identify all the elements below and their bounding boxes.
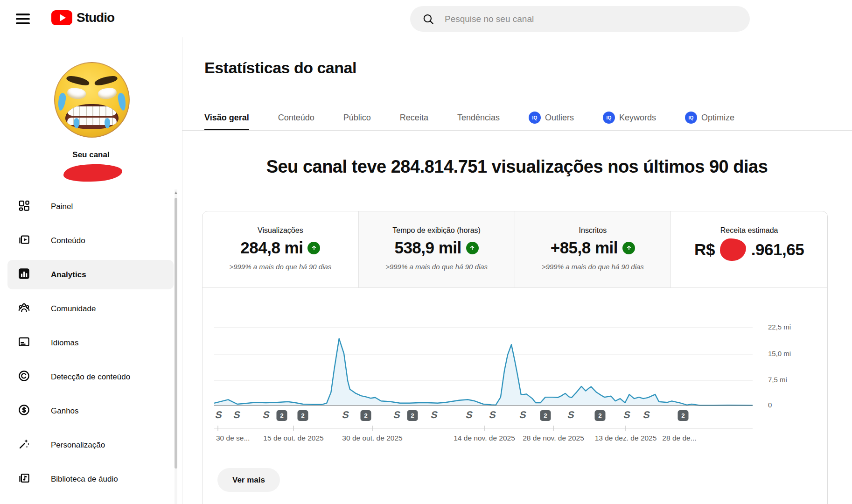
analytics-tabs: Visão geralConteúdoPúblicoReceitaTendênc… xyxy=(204,105,734,130)
subtitles-icon xyxy=(18,336,30,350)
metric-card-tempo-de-exibicao-horas-[interactable]: Tempo de exibição (horas)538,9 mil>999% … xyxy=(359,211,515,287)
sidebar-item-label: Conteúdo xyxy=(51,236,85,245)
metric-comparison-note: >999% a mais do que há 90 dias xyxy=(359,263,515,271)
metric-value: +85,8 mil xyxy=(515,238,671,257)
x-axis-date-label: 30 de se... xyxy=(216,434,250,442)
sidebar-scrollbar-thumb[interactable] xyxy=(175,198,177,469)
metric-card-receita-estimada[interactable]: Receita estimadaR$.961,65 xyxy=(671,211,827,287)
sidebar-item-label: Idiomas xyxy=(51,338,79,348)
sidebar-nav: PainelConteúdoAnalyticsComunidadeIdiomas… xyxy=(0,189,182,496)
metric-card-inscritos[interactable]: Inscritos+85,8 mil>999% a mais do que há… xyxy=(515,211,671,287)
shorts-count-badge[interactable]: 2 xyxy=(595,410,606,421)
analytics-icon xyxy=(18,267,30,282)
tab-label: Conteúdo xyxy=(278,113,314,123)
shorts-count-badge[interactable]: 2 xyxy=(540,410,551,421)
tab-conteudo[interactable]: Conteúdo xyxy=(278,105,314,130)
currency-prefix: R$ xyxy=(694,240,715,259)
y-axis-label: 15,0 mi xyxy=(768,350,791,357)
sidebar-item-label: Ganhos xyxy=(51,406,79,416)
top-bar: Studio xyxy=(0,0,852,37)
sidebar-item-deteccao-de-conteudo[interactable]: Detecção de conteúdo xyxy=(0,360,182,394)
tab-publico[interactable]: Público xyxy=(343,105,371,130)
tab-optimize[interactable]: IQOptimize xyxy=(685,105,734,130)
content-icon xyxy=(18,233,30,248)
sidebar-item-label: Analytics xyxy=(51,270,86,280)
metric-label: Visualizações xyxy=(203,226,358,235)
shorts-count-badge[interactable]: 2 xyxy=(277,410,287,421)
tab-receita[interactable]: Receita xyxy=(400,105,428,130)
dashboard-icon xyxy=(18,199,30,214)
shorts-count-badge[interactable]: 2 xyxy=(361,410,371,421)
revenue-redaction xyxy=(720,238,746,261)
sidebar-item-painel[interactable]: Painel xyxy=(0,189,182,224)
metric-value: 538,9 mil xyxy=(359,238,515,257)
tab-label: Visão geral xyxy=(204,113,249,123)
vidiq-badge-icon: IQ xyxy=(603,112,615,124)
tabs-divider xyxy=(182,130,852,131)
scrollbar-up-arrow-icon[interactable] xyxy=(175,191,177,194)
tab-visao-geral[interactable]: Visão geral xyxy=(204,105,249,130)
metric-comparison-note: >999% a mais do que há 90 dias xyxy=(203,263,358,271)
sidebar-item-conteudo[interactable]: Conteúdo xyxy=(0,224,182,258)
channel-search-bar[interactable] xyxy=(410,6,750,32)
tab-label: Outliers xyxy=(545,113,574,123)
x-axis-date-label: 15 de out. de 2025 xyxy=(263,434,323,442)
shorts-count-badge[interactable]: 2 xyxy=(407,410,418,421)
earn-icon xyxy=(18,404,30,419)
x-axis-date-label: 28 de de... xyxy=(662,434,696,442)
sidebar-item-biblioteca-de-audio[interactable]: Biblioteca de áudio xyxy=(0,462,182,496)
views-trend-chart xyxy=(203,287,827,441)
views-headline: Seu canal teve 284.814.751 visualizações… xyxy=(182,157,852,177)
tab-tendencias[interactable]: Tendências xyxy=(457,105,500,130)
tab-keywords[interactable]: IQKeywords xyxy=(603,105,656,130)
studio-wordmark: Studio xyxy=(77,10,114,25)
youtube-studio-logo[interactable]: Studio xyxy=(51,10,114,25)
value-text: +85,8 mil xyxy=(551,238,618,257)
customize-icon xyxy=(18,438,30,453)
x-axis-date-label: 28 de nov. de 2025 xyxy=(523,434,584,442)
y-axis-label: 7,5 mi xyxy=(768,376,787,384)
metric-cards-row: Visualizações284,8 mi>999% a mais do que… xyxy=(203,211,827,288)
search-input[interactable] xyxy=(444,14,707,25)
sidebar-item-idiomas[interactable]: Idiomas xyxy=(0,326,182,360)
see-more-button[interactable]: Ver mais xyxy=(217,468,280,492)
metric-value: 284,8 mi xyxy=(203,238,358,257)
metric-label: Receita estimada xyxy=(671,226,827,235)
metric-value: R$.961,65 xyxy=(671,238,827,261)
search-icon xyxy=(422,13,434,25)
sidebar-item-label: Painel xyxy=(51,202,73,211)
value-suffix: .961,65 xyxy=(751,240,804,259)
sidebar-item-label: Detecção de conteúdo xyxy=(51,372,130,382)
sidebar-item-label: Biblioteca de áudio xyxy=(51,475,118,484)
metric-label: Tempo de exibição (horas) xyxy=(359,226,515,235)
youtube-play-icon xyxy=(51,10,72,25)
shorts-count-badge[interactable]: 2 xyxy=(298,410,308,421)
audio-library-icon xyxy=(18,472,30,487)
tab-label: Tendências xyxy=(457,113,500,123)
sidebar-item-label: Comunidade xyxy=(51,304,96,314)
sidebar-item-comunidade[interactable]: Comunidade xyxy=(0,292,182,326)
vidiq-badge-icon: IQ xyxy=(529,112,541,124)
metric-card-visualizacoes[interactable]: Visualizações284,8 mi>999% a mais do que… xyxy=(203,211,359,287)
x-axis-date-label: 13 de dez. de 2025 xyxy=(595,434,657,442)
analytics-overview-card: Visualizações284,8 mi>999% a mais do que… xyxy=(202,211,828,504)
sidebar-item-label: Personalização xyxy=(51,441,105,450)
metric-comparison-note: >999% a mais do que há 90 dias xyxy=(515,263,671,271)
x-axis-date-label: 30 de out. de 2025 xyxy=(342,434,402,442)
up-arrow-icon xyxy=(466,242,479,254)
vidiq-badge-icon: IQ xyxy=(685,112,697,124)
y-axis-label: 0 xyxy=(768,401,772,409)
value-text: 538,9 mil xyxy=(394,238,461,257)
menu-icon[interactable] xyxy=(16,14,30,24)
sidebar-item-ganhos[interactable]: Ganhos xyxy=(0,394,182,428)
channel-avatar[interactable] xyxy=(54,62,130,138)
sidebar-item-analytics[interactable]: Analytics xyxy=(0,258,182,292)
tab-label: Keywords xyxy=(619,113,656,123)
sidebar-item-personalizacao[interactable]: Personalização xyxy=(0,428,182,462)
tab-outliers[interactable]: IQOutliers xyxy=(529,105,574,130)
y-axis-label: 22,5 mi xyxy=(768,323,791,331)
sidebar: Seu canal PainelConteúdoAnalyticsComunid… xyxy=(0,37,182,504)
shorts-count-badge[interactable]: 2 xyxy=(678,410,689,421)
x-axis-date-label: 14 de nov. de 2025 xyxy=(454,434,515,442)
tab-label: Receita xyxy=(400,113,428,123)
